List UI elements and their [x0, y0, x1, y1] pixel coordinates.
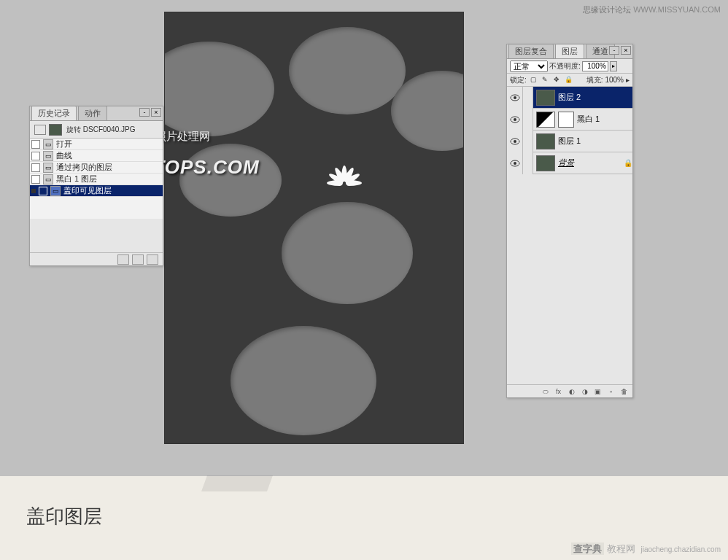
watermark-bottom: 查字典 教程网 jiaocheng.chazidian.com [571, 542, 721, 556]
layers-panel: 图层复合 图层 通道 - × 正常 不透明度: 100% ▸ 锁定: ▢ ✎ ✥… [506, 44, 633, 398]
tab-history[interactable]: 历史记录 [31, 106, 77, 120]
visibility-toggle[interactable] [507, 152, 523, 174]
layer-thumbnail [536, 155, 555, 171]
group-icon[interactable]: ▣ [592, 386, 603, 397]
caption-area: 盖印图层 查字典 教程网 jiaocheng.chazidian.com [0, 476, 728, 560]
history-checkbox[interactable] [31, 163, 40, 172]
history-snapshot[interactable]: 旋转 DSCF0040.JPG [30, 121, 163, 139]
history-checkbox[interactable] [39, 187, 47, 195]
close-icon[interactable]: × [621, 46, 631, 55]
step-icon: ▭ [43, 174, 53, 184]
layer-row[interactable]: 黑白 1 [507, 109, 632, 131]
history-checkbox[interactable] [31, 152, 40, 160]
trash-icon[interactable]: 🗑 [619, 386, 630, 397]
tab-actions[interactable]: 动作 [78, 106, 107, 120]
layer-row[interactable]: 图层 1 [507, 131, 632, 152]
link-cell[interactable] [523, 109, 533, 131]
tab-layer-comps[interactable]: 图层复合 [508, 44, 554, 58]
lock-all-icon[interactable]: 🔒 [564, 75, 573, 85]
minimize-icon[interactable]: - [609, 46, 619, 55]
step-icon: ▭ [43, 163, 53, 173]
layer-name[interactable]: 黑白 1 [577, 114, 632, 125]
lock-position-icon[interactable]: ✥ [552, 75, 562, 85]
lock-icon: 🔒 [624, 159, 632, 167]
adjustment-thumbnail [536, 112, 555, 128]
caption-text: 盖印图层 [26, 504, 102, 529]
document-canvas[interactable] [164, 12, 464, 444]
lily-pad [282, 202, 413, 304]
svg-point-3 [514, 118, 516, 121]
opacity-arrow-icon[interactable]: ▸ [610, 61, 617, 71]
blend-mode-select[interactable]: 正常 [510, 61, 548, 72]
history-list: ▭ 打开 ▭ 曲线 ▭ 通过拷贝的图层 ▭ 黑白 1 图层 ▭ 盖印可见图层 [30, 139, 163, 219]
layers-footer: ⬭ fx ◐ ◑ ▣ ▫ 🗑 [507, 384, 632, 397]
layer-row-selected[interactable]: 图层 2 [507, 87, 632, 109]
fill-arrow-icon[interactable]: ▸ [626, 76, 630, 84]
link-cell[interactable] [523, 152, 533, 174]
layer-name[interactable]: 背景 [558, 158, 624, 168]
paper-shadow [201, 475, 273, 491]
mask-thumbnail [558, 112, 574, 128]
tab-layers[interactable]: 图层 [555, 44, 584, 58]
new-layer-icon[interactable]: ▫ [605, 386, 616, 397]
lily-pad [231, 326, 376, 435]
fill-label: 填充: [586, 75, 603, 85]
layer-name[interactable]: 图层 1 [558, 136, 632, 147]
svg-point-5 [514, 140, 516, 143]
fx-icon[interactable]: fx [553, 386, 564, 397]
history-item[interactable]: ▭ 黑白 1 图层 [30, 174, 163, 185]
step-icon: ▭ [43, 151, 53, 161]
visibility-toggle[interactable] [507, 87, 523, 109]
layer-row[interactable]: 背景 🔒 [507, 152, 632, 174]
close-icon[interactable]: × [151, 108, 161, 117]
lock-paint-icon[interactable]: ✎ [541, 75, 550, 85]
snapshot-filename: 旋转 DSCF0040.JPG [66, 125, 135, 135]
history-tabs: 历史记录 动作 - × [30, 106, 163, 121]
brush-icon [34, 125, 46, 135]
lotus-flower [327, 164, 362, 199]
lily-pad [289, 27, 406, 114]
link-cell[interactable] [523, 87, 533, 109]
snapshot-thumbnail [49, 124, 62, 136]
new-snapshot-icon[interactable] [117, 254, 129, 265]
history-checkbox[interactable] [31, 140, 40, 149]
mask-icon[interactable]: ◐ [566, 386, 577, 397]
opacity-value[interactable]: 100% [582, 61, 608, 71]
visibility-toggle[interactable] [507, 109, 523, 131]
new-document-icon[interactable] [132, 254, 144, 265]
history-panel: 历史记录 动作 - × 旋转 DSCF0040.JPG ▭ 打开 ▭ 曲线 ▭ … [29, 106, 163, 266]
history-item[interactable]: ▭ 打开 [30, 139, 163, 150]
visibility-toggle[interactable] [507, 131, 523, 152]
adjustment-icon[interactable]: ◑ [579, 386, 590, 397]
link-cell[interactable] [523, 131, 533, 152]
svg-point-1 [514, 96, 516, 99]
minimize-icon[interactable]: - [139, 108, 150, 117]
fill-value[interactable]: 100% [605, 76, 624, 84]
lock-transparency-icon[interactable]: ▢ [529, 75, 538, 85]
lock-fill-row: 锁定: ▢ ✎ ✥ 🔒 填充: 100% ▸ [507, 74, 632, 87]
panel-controls: - × [609, 46, 631, 55]
panel-controls: - × [139, 108, 161, 117]
history-item[interactable]: ▭ 通过拷贝的图层 [30, 162, 163, 174]
layer-thumbnail [536, 133, 555, 149]
layer-list: 图层 2 黑白 1 图层 1 背景 🔒 [507, 87, 632, 174]
history-item[interactable]: ▭ 曲线 [30, 150, 163, 162]
history-item-selected[interactable]: ▭ 盖印可见图层 [30, 185, 163, 197]
blend-opacity-row: 正常 不透明度: 100% ▸ [507, 59, 632, 74]
layers-tabs: 图层复合 图层 通道 - × [507, 44, 632, 59]
history-footer [30, 252, 163, 265]
trash-icon[interactable] [147, 254, 158, 265]
layer-thumbnail [536, 90, 555, 106]
lock-label: 锁定: [510, 75, 527, 85]
svg-point-7 [514, 162, 516, 165]
opacity-label: 不透明度: [549, 61, 581, 71]
step-icon: ▭ [50, 186, 61, 196]
history-checkbox[interactable] [31, 175, 40, 184]
step-icon: ▭ [43, 139, 53, 149]
layer-name[interactable]: 图层 2 [558, 92, 632, 103]
current-marker [31, 189, 36, 193]
watermark-top: 思缘设计论坛 WWW.MISSYUAN.COM [583, 4, 721, 15]
link-layers-icon[interactable]: ⬭ [540, 386, 551, 397]
